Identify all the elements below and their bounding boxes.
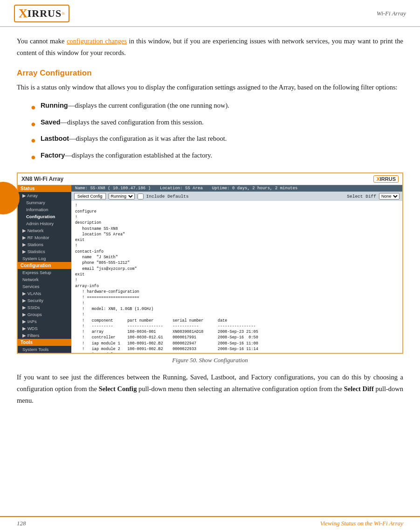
logo-box: X IRRUS ® [14,5,69,22]
list-item: ● Lastboot—displays the configuration as… [31,133,403,148]
include-defaults-label: Include Defaults [146,194,189,199]
sidebar-item-statistics[interactable]: ▶ Statistics [18,248,71,255]
logo-text: IRRUS [28,7,62,20]
sidebar-section-configuration: Configuration [18,262,71,269]
screenshot-toolbar: Select Config Running Include Defaults S… [71,192,402,201]
screenshot-logo-x: X [376,176,379,182]
page-header: X IRRUS ® Wi-Fi Array [0,0,420,27]
bullet-list: ● Running—displays the current configura… [31,100,403,164]
select-config-button[interactable]: Select Config [74,193,106,200]
select-diff-bold: Select Diff [344,385,374,392]
main-content: You cannot make configuration changes in… [0,27,420,424]
figure-caption: Figure 50. Show Configuration [17,357,403,364]
screenshot-topbar: XN8 Wi-Fi Array XIRRUS [18,173,402,185]
sidebar-item-system-tools[interactable]: System Tools [18,346,71,353]
sidebar-item-groups[interactable]: ▶ Groups [18,311,71,318]
list-item: ● Saved—displays the saved configuration… [31,117,403,131]
sidebar-item-system-log[interactable]: System Log [18,255,71,262]
include-defaults-checkbox[interactable] [138,193,144,200]
logo-registered: ® [62,11,65,16]
bullet-text-4: Factory—displays the configuration estab… [41,150,212,161]
select-diff-label: Select Diff [347,194,376,199]
sidebar-item-array[interactable]: ▶ Array [18,192,71,199]
sidebar-item-summary[interactable]: Summary [18,199,71,206]
sidebar-item-admin-history[interactable]: Admin History [18,220,71,227]
screenshot-logo-rest: IRRUS [380,176,396,182]
statusbar-uptime: Uptime: 0 days, 2 hours, 2 minutes [212,186,298,191]
screenshot-xirrus-logo: XIRRUS [373,175,399,183]
statusbar-location: Location: SS Area [160,186,203,191]
list-item: ● Running—displays the current configura… [31,100,403,115]
sidebar-item-network[interactable]: ▶ Network [18,227,71,234]
sidebar-item-wds[interactable]: ▶ WDS [18,325,71,332]
screenshot-title: XN8 Wi-Fi Array [21,176,63,182]
section-title: Array Configuration [17,69,403,78]
sidebar-item-vlans[interactable]: ▶ VLANs [18,290,71,297]
sidebar-item-express-setup[interactable]: Express Setup [18,269,71,276]
section-description: This is a status only window that allows… [17,82,403,93]
list-item: ● Factory—displays the configuration est… [31,150,403,165]
bullet-dot-3: ● [31,133,36,148]
footer-page-number: 128 [17,520,26,527]
select-config-bold: Select Config [99,385,138,392]
screenshot-code-area: ! configure ! description hostname SS-XN… [71,201,402,353]
screenshot-statusbar: Name: SS-XN8 ( 10.100.47.186 ) Location:… [71,185,402,192]
sidebar-item-iaps[interactable]: ▶ IAPs [18,318,71,325]
running-select[interactable]: Running [109,193,135,200]
bullet-dot-1: ● [31,100,36,115]
config-changes-link[interactable]: configuration changes [67,37,127,45]
bottom-paragraph: If you want to see just the differences … [17,372,403,406]
intro-paragraph: You cannot make configuration changes in… [17,35,403,58]
screenshot-sidebar: Status ▶ Array Summary Information Confi… [18,185,71,353]
sidebar-section-status: Status [18,185,71,192]
statusbar-name: Name: SS-XN8 ( 10.100.47.186 ) [75,186,151,191]
bullet-dot-4: ● [31,150,36,165]
sidebar-item-configuration[interactable]: Configuration [18,213,71,220]
sidebar-item-filters[interactable]: ▶ Filters [18,332,71,339]
logo-area: X IRRUS ® [14,5,69,22]
bullet-text-2: Saved—displays the saved configuration f… [41,117,204,128]
sidebar-item-security[interactable]: ▶ Security [18,297,71,304]
screenshot-inner: Status ▶ Array Summary Information Confi… [18,185,402,353]
sidebar-item-rf-monitor[interactable]: ▶ RF Monitor [18,234,71,241]
page-footer: 128 Viewing Status on the Wi-Fi Array [0,516,420,530]
screenshot-main: Name: SS-XN8 ( 10.100.47.186 ) Location:… [71,185,402,353]
screenshot-code: ! configure ! description hostname SS-XN… [75,203,399,353]
bullet-dot-2: ● [31,117,36,131]
intro-before-link: You cannot make [17,37,67,45]
none-select[interactable]: None [379,193,399,200]
sidebar-item-information[interactable]: Information [18,206,71,213]
logo-x: X [19,7,28,21]
bullet-text-1: Running—displays the current configurati… [41,100,229,111]
header-title: Wi-Fi Array [377,10,406,17]
sidebar-item-network-config[interactable]: Network [18,276,71,283]
sidebar-section-tools: Tools [18,339,71,346]
bullet-text-3: Lastboot—displays the configuration as i… [41,133,227,145]
footer-right-text: Viewing Status on the Wi-Fi Array [320,520,403,527]
sidebar-item-services[interactable]: Services [18,283,71,290]
sidebar-item-stations[interactable]: ▶ Stations [18,241,71,248]
screenshot-box: XN8 Wi-Fi Array XIRRUS Status ▶ Array Su… [17,172,403,354]
sidebar-item-ssids[interactable]: ▶ SSIDs [18,304,71,311]
